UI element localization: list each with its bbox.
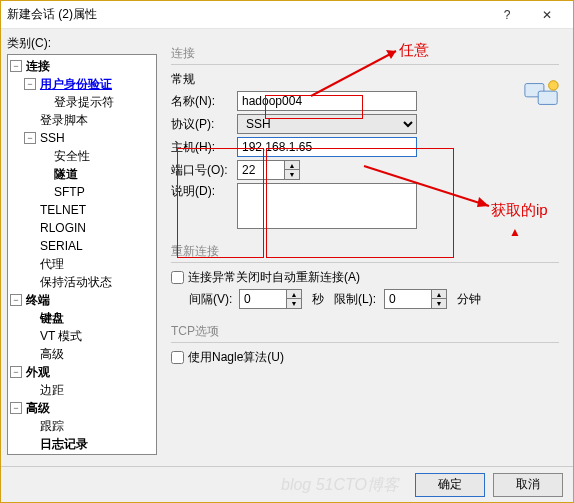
tree-margin[interactable]: 边距 [8, 381, 156, 399]
tree-login-prompt[interactable]: 登录提示符 [8, 93, 156, 111]
row-desc: 说明(D): [171, 183, 559, 229]
ok-button[interactable]: 确定 [415, 473, 485, 497]
nagle-label: 使用Nagle算法(U) [188, 349, 284, 366]
tree-terminal[interactable]: −终端 [8, 291, 156, 309]
sec-label: 秒 [312, 291, 324, 308]
spin-down-icon[interactable]: ▼ [287, 299, 301, 308]
tree-security[interactable]: 安全性 [8, 147, 156, 165]
group-reconnect: 重新连接 [171, 243, 559, 263]
spin-down-icon[interactable]: ▼ [432, 299, 446, 308]
interval-input[interactable] [239, 289, 287, 309]
reconnect-label: 连接异常关闭时自动重新连接(A) [188, 269, 360, 286]
category-label: 类别(C): [7, 35, 157, 52]
protocol-select[interactable]: SSH [237, 114, 417, 134]
interval-label: 间隔(V): [189, 291, 239, 308]
tree-proxy[interactable]: 代理 [8, 255, 156, 273]
reconnect-check-row: 连接异常关闭时自动重新连接(A) [171, 269, 559, 286]
general-label: 常规 [171, 71, 559, 88]
spin-up-icon[interactable]: ▲ [287, 290, 301, 299]
tree-logging[interactable]: 日志记录 [8, 435, 156, 453]
category-tree[interactable]: −连接 −用户身份验证 登录提示符 登录脚本 −SSH 安全性 隧道 SFTP … [7, 54, 157, 455]
tree-telnet[interactable]: TELNET [8, 201, 156, 219]
group-tcp: TCP选项 [171, 323, 559, 343]
spin-up-icon[interactable]: ▲ [432, 290, 446, 299]
nagle-row: 使用Nagle算法(U) [171, 349, 559, 366]
row-interval: 间隔(V): ▲▼ 秒 限制(L): ▲▼ 分钟 [171, 289, 559, 309]
tree-keepalive[interactable]: 保持活动状态 [8, 273, 156, 291]
tree-advanced1[interactable]: 高级 [8, 345, 156, 363]
watermark: blog 51CTO博客 [281, 475, 399, 496]
svg-rect-1 [538, 91, 557, 104]
tree-appearance[interactable]: −外观 [8, 363, 156, 381]
help-button[interactable]: ? [487, 2, 527, 28]
tree-keyboard[interactable]: 键盘 [8, 309, 156, 327]
cancel-button[interactable]: 取消 [493, 473, 563, 497]
tree-serial[interactable]: SERIAL [8, 237, 156, 255]
tree-trace[interactable]: 跟踪 [8, 417, 156, 435]
tree-connection[interactable]: −连接 [8, 57, 156, 75]
interval-spinner[interactable]: ▲▼ [239, 289, 302, 309]
svg-point-2 [549, 81, 559, 91]
left-panel: 类别(C): −连接 −用户身份验证 登录提示符 登录脚本 −SSH 安全性 隧… [7, 35, 157, 455]
port-input[interactable] [237, 160, 285, 180]
group-connect: 连接 [171, 45, 559, 65]
tree-ssh[interactable]: −SSH [8, 129, 156, 147]
port-spinner[interactable]: ▲▼ [237, 160, 300, 180]
host-label: 主机(H): [171, 139, 237, 156]
row-protocol: 协议(P): SSH [171, 114, 559, 134]
tree-filetransfer[interactable]: −文件传输 [8, 453, 156, 455]
protocol-label: 协议(P): [171, 116, 237, 133]
name-input[interactable] [237, 91, 417, 111]
limit-label: 限制(L): [334, 291, 384, 308]
spin-down-icon[interactable]: ▼ [285, 170, 299, 179]
content: 类别(C): −连接 −用户身份验证 登录提示符 登录脚本 −SSH 安全性 隧… [1, 29, 573, 461]
tree-rlogin[interactable]: RLOGIN [8, 219, 156, 237]
triangle-icon: ▲ [509, 225, 521, 239]
reconnect-checkbox[interactable] [171, 271, 184, 284]
limit-spinner[interactable]: ▲▼ [384, 289, 447, 309]
spin-up-icon[interactable]: ▲ [285, 161, 299, 170]
min-label: 分钟 [457, 291, 481, 308]
right-panel: 连接 常规 名称(N): 协议(P): SSH 主机(H): 端口号(O): ▲… [157, 35, 567, 455]
device-icon [523, 79, 561, 109]
row-port: 端口号(O): ▲▼ [171, 160, 559, 180]
tree-sftp[interactable]: SFTP [8, 183, 156, 201]
port-label: 端口号(O): [171, 162, 237, 179]
titlebar: 新建会话 (2)属性 ? ✕ [1, 1, 573, 29]
name-label: 名称(N): [171, 93, 237, 110]
tree-auth[interactable]: −用户身份验证 [8, 75, 156, 93]
desc-input[interactable] [237, 183, 417, 229]
limit-input[interactable] [384, 289, 432, 309]
nagle-checkbox[interactable] [171, 351, 184, 364]
close-button[interactable]: ✕ [527, 2, 567, 28]
desc-label: 说明(D): [171, 183, 237, 200]
tree-tunnel[interactable]: 隧道 [8, 165, 156, 183]
tree-login-script[interactable]: 登录脚本 [8, 111, 156, 129]
tree-vt[interactable]: VT 模式 [8, 327, 156, 345]
host-input[interactable] [237, 137, 417, 157]
row-name: 名称(N): [171, 91, 559, 111]
tree-advanced2[interactable]: −高级 [8, 399, 156, 417]
row-host: 主机(H): [171, 137, 559, 157]
window-title: 新建会话 (2)属性 [7, 6, 487, 23]
